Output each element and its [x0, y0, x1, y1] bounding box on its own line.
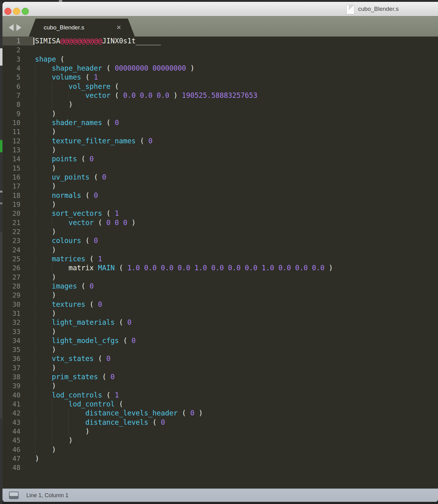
tab-close-icon[interactable]: ✕ [116, 24, 121, 31]
zoom-window-button[interactable] [22, 8, 29, 15]
code-line: matrix MAIN ( 1.0 0.0 0.0 0.0 1.0 0.0 0.… [35, 263, 333, 272]
code-token: ( [102, 64, 115, 72]
indent-guide [52, 427, 68, 436]
indent-guide [68, 409, 85, 418]
code-token: ) [52, 445, 56, 454]
code-editor[interactable]: 1234567891011121314151617181920212223242… [2, 37, 438, 489]
code-token: ) [68, 436, 73, 444]
line-number: 23 [2, 236, 20, 245]
code-token: shape [35, 55, 56, 63]
code-token: ( [111, 91, 123, 99]
code-token: 0 [98, 300, 102, 308]
line-number: 46 [2, 445, 20, 454]
line-number: 36 [2, 354, 20, 363]
line-number: 9 [2, 109, 20, 118]
indent-guide [35, 372, 52, 381]
line-number: 38 [2, 372, 20, 381]
code-token: ) [195, 409, 203, 417]
indent-guide [35, 127, 52, 136]
code-line: light_model_cfgs ( 0 [35, 336, 333, 345]
caret-position-status: Line 1, Column 1 [26, 489, 68, 502]
line-number: 6 [2, 82, 20, 91]
indent-guide [35, 391, 52, 400]
code-token: ( [90, 173, 102, 181]
indent-guide [35, 154, 52, 163]
status-bar: Line 1, Column 1 [2, 489, 438, 502]
code-line: ) [35, 146, 333, 154]
indent-guide [35, 182, 52, 191]
indent-guide [52, 218, 68, 227]
code-line: shape ( [35, 55, 333, 64]
code-token: vol_sphere [68, 82, 110, 90]
code-token: 0 [161, 418, 165, 426]
line-number: 12 [2, 137, 20, 146]
indent-guide [35, 409, 52, 418]
code-line: ) [35, 427, 333, 436]
code-line: ) [35, 273, 333, 282]
background-window-green-patch [0, 140, 2, 152]
line-number: 35 [2, 345, 20, 354]
indent-guide [35, 291, 52, 300]
code-token: 1 [98, 255, 102, 263]
line-number: 40 [2, 391, 20, 400]
code-token: ( [115, 264, 127, 272]
line-number: 28 [2, 282, 20, 291]
code-token: ( [102, 391, 115, 399]
code-token: ( [94, 354, 107, 363]
code-line: volumes ( 1 [35, 73, 333, 82]
code-token: ) [52, 345, 56, 354]
code-token: volumes [52, 73, 81, 81]
tab-label: cubo_Blender.s [44, 24, 84, 31]
background-window-sliver [0, 2, 2, 504]
document-proxy-icon[interactable] [346, 5, 354, 14]
code-token: ( [148, 418, 161, 426]
indent-guide [35, 209, 52, 218]
code-token: 0 [190, 409, 195, 417]
indent-guide [35, 400, 52, 409]
code-token: ) [52, 128, 56, 136]
code-line: ) [35, 327, 333, 336]
code-token: 0.0 0.0 0.0 [123, 91, 169, 99]
panel-toggle-icon[interactable] [9, 492, 19, 499]
line-number: 48 [2, 463, 20, 472]
code-token: @@@@@@@@@@ [60, 37, 102, 45]
line-number: 14 [2, 154, 20, 163]
code-line: ) [35, 127, 333, 136]
minimize-window-button[interactable] [13, 8, 20, 15]
code-token: ) [52, 328, 56, 336]
code-token: ( [77, 155, 90, 163]
line-number: 31 [2, 309, 20, 318]
screen: cubo_Blender.s cubo_Blender.s ✕ 12345678… [0, 0, 438, 504]
line-number: 21 [2, 218, 20, 227]
code-token: ) [186, 64, 195, 72]
code-token: 0 [111, 373, 115, 381]
indent-guide [52, 82, 68, 91]
title-bar[interactable]: cubo_Blender.s [2, 2, 438, 16]
indent-guide [52, 418, 68, 427]
line-number: 4 [2, 64, 20, 73]
indent-guide [35, 336, 52, 345]
back-arrow-icon[interactable] [9, 24, 14, 31]
close-window-button[interactable] [4, 8, 11, 15]
code-token: images [52, 282, 77, 290]
code-token: ) [85, 427, 90, 435]
code-token: lod_control [68, 400, 115, 408]
tab-cubo-blender[interactable]: cubo_Blender.s ✕ [29, 19, 135, 37]
code-token: ) [169, 91, 182, 99]
indent-guide [35, 263, 52, 272]
indent-guide [35, 91, 52, 100]
code-token: ( [98, 373, 111, 381]
code-line: vector ( 0.0 0.0 0.0 ) 190525.5888325765… [35, 91, 333, 100]
forward-arrow-icon[interactable] [16, 24, 21, 31]
line-number: 44 [2, 427, 20, 436]
code-line: normals ( 0 [35, 191, 333, 200]
code-area[interactable]: SIMISA@@@@@@@@@@JINX0s1t______shape (sha… [35, 37, 333, 472]
code-line: texture_filter_names ( 0 [35, 137, 333, 146]
line-number: 34 [2, 336, 20, 345]
background-window-tick [0, 191, 2, 193]
indent-guide [35, 64, 52, 73]
code-line: lod_controls ( 1 [35, 391, 333, 400]
code-token: vector [85, 91, 111, 99]
line-number: 32 [2, 318, 20, 327]
line-number: 10 [2, 118, 20, 127]
